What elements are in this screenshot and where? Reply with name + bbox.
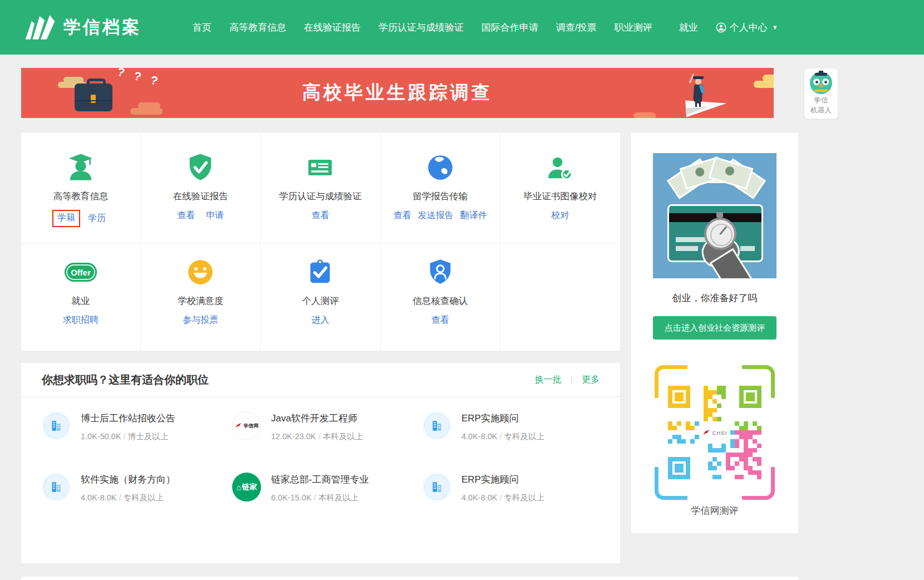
stopwatch-crown-icon: [716, 212, 723, 218]
job-title: ERP实施顾问: [461, 412, 544, 425]
lianjia-company-logo: ⌂链家: [232, 473, 261, 502]
service-link-view-report[interactable]: 查看: [177, 210, 195, 222]
nav-higher-education[interactable]: 高等教育信息: [229, 21, 286, 34]
robot-label-line2: 机器人: [804, 105, 838, 115]
job-degree: 博士及以上: [128, 432, 169, 441]
service-personal-assessment: 个人测评 进入: [261, 244, 380, 351]
header: 学信档案 首页 高等教育信息 在线验证报告 学历认证与成绩验证 国际合作申请 调…: [0, 0, 924, 55]
nav-home[interactable]: 首页: [193, 21, 212, 34]
next-section-panel: [21, 577, 798, 580]
services-grid: 高等教育信息 学籍 学历 在线验证报告 查看 申请: [21, 132, 620, 351]
qr-caption: 学信网测评: [631, 504, 798, 517]
hero-banner[interactable]: ? ? ? 高校毕业生跟踪调查: [21, 68, 774, 118]
service-info-verification-confirm: 信息核查确认 查看: [381, 244, 500, 351]
company-buildings-icon: [42, 473, 71, 502]
house-icon: ⌂: [236, 483, 241, 492]
service-label: 个人测评: [302, 295, 338, 307]
graduate-figure-icon: [689, 75, 708, 106]
divider: |: [571, 375, 573, 385]
job-degree: 本科及以上: [323, 432, 363, 441]
service-link-apply-report[interactable]: 申请: [206, 210, 224, 222]
jobs-header: 你想求职吗？这里有适合你的职位 换一批 | 更多: [21, 363, 620, 397]
qr-center-logo: CHSI: [697, 423, 733, 442]
jobs-grid: 博士后工作站招收公告 1.0K-50.0K / 博士及以上 学信网 Java软件…: [21, 397, 620, 505]
service-label: 毕业证书图像校对: [523, 190, 597, 203]
job-title: Java软件开发工程师: [271, 412, 363, 425]
job-degree: 专科及以上: [124, 493, 164, 502]
stopwatch-icon: [704, 218, 736, 250]
banner-title: 高校毕业生跟踪调查: [21, 80, 774, 105]
user-center-label: 个人中心: [730, 21, 768, 34]
service-link-view-transfer[interactable]: 查看: [394, 210, 411, 222]
service-label: 在线验证报告: [173, 190, 228, 203]
job-item[interactable]: ⌂链家 链家总部-工商管理专业 6.0K-15.0K / 本科及以上: [232, 473, 409, 505]
job-title: 软件实施（财务方向）: [81, 473, 175, 486]
page: 学信档案 首页 高等教育信息 在线验证报告 学历认证与成绩验证 国际合作申请 调…: [0, 0, 924, 580]
user-icon: [716, 22, 726, 33]
service-link-translation[interactable]: 翻译件: [460, 210, 487, 222]
service-link-job-recruit[interactable]: 求职招聘: [63, 314, 99, 326]
graduate-icon: [65, 152, 96, 183]
job-degree: 专科及以上: [504, 432, 545, 441]
nav-survey-vote[interactable]: 调查/投票: [556, 21, 597, 34]
nav-career-test[interactable]: 职业测评: [615, 21, 652, 34]
nav-employment[interactable]: 就业: [679, 21, 698, 34]
service-label: 学校满意度: [178, 295, 224, 307]
robot-widget[interactable]: 学信 机器人: [804, 68, 838, 119]
service-link-xueji[interactable]: 学籍: [52, 210, 80, 227]
company-buildings-icon: [422, 473, 451, 502]
service-link-vote[interactable]: 参与投票: [183, 314, 218, 326]
banknote-icon: [709, 156, 754, 189]
jobs-title: 你想求职吗？这里有适合你的职位: [42, 372, 209, 387]
nav-credential-authentication[interactable]: 学历认证与成绩验证: [379, 21, 464, 34]
qr-finder-icon: [668, 457, 690, 479]
service-link-view-confirm[interactable]: 查看: [431, 314, 449, 326]
job-item[interactable]: 软件实施（财务方向） 4.0K-8.0K / 专科及以上: [42, 473, 219, 505]
service-online-verification-report: 在线验证报告 查看 申请: [141, 132, 261, 244]
service-label: 高等教育信息: [53, 190, 109, 203]
service-link-proofread[interactable]: 校对: [551, 210, 569, 222]
clipboard-check-icon: [304, 257, 336, 288]
service-link-send-report[interactable]: 发送报告: [418, 210, 454, 222]
shield-person-icon: [425, 257, 456, 288]
offer-icon: Offer: [65, 263, 97, 282]
service-link-view-authentication[interactable]: 查看: [311, 210, 329, 222]
job-degree: 本科及以上: [318, 493, 359, 502]
chsi-bird-icon: [702, 429, 711, 436]
startup-caption: 创业，你准备好了吗: [631, 292, 798, 304]
service-link-xueli[interactable]: 学历: [88, 213, 106, 224]
service-label: 信息核查确认: [412, 295, 468, 307]
job-item[interactable]: ERP实施顾问 4.0K-8.0K / 专科及以上: [422, 473, 599, 505]
globe-icon: [425, 152, 456, 183]
more-jobs-link[interactable]: 更多: [582, 374, 599, 386]
chsi-archive-logo-icon: [24, 14, 57, 41]
startup-assessment-button[interactable]: 点击进入创业社会资源测评: [653, 316, 776, 340]
qr-finder-icon: [668, 386, 690, 408]
sidebar-panel: 创业，你准备好了吗 点击进入创业社会资源测评 CHSI 学信网测评: [631, 132, 798, 533]
chsi-company-logo: 学信网: [232, 411, 261, 440]
job-item[interactable]: ERP实施顾问 4.0K-8.0K / 专科及以上: [422, 411, 599, 444]
service-empty-cell: [500, 244, 620, 351]
job-salary: 12.0K-23.0K: [271, 432, 316, 441]
job-item[interactable]: 学信网 Java软件开发工程师 12.0K-23.0K / 本科及以上: [232, 411, 409, 444]
nav-international-cooperation[interactable]: 国际合作申请: [481, 21, 538, 34]
refresh-batch-link[interactable]: 换一批: [535, 374, 562, 386]
service-label: 留学报告传输: [412, 190, 468, 203]
main-nav: 首页 高等教育信息 在线验证报告 学历认证与成绩验证 国际合作申请 调查/投票 …: [193, 0, 778, 55]
company-buildings-icon: [422, 411, 451, 440]
service-label: 就业: [72, 295, 90, 307]
brand[interactable]: 学信档案: [24, 0, 141, 55]
service-link-enter[interactable]: 进入: [311, 314, 329, 326]
id-card-icon: [304, 152, 336, 183]
service-school-satisfaction: 学校满意度 参与投票: [141, 244, 261, 351]
company-buildings-icon: [42, 411, 71, 440]
qr-code: CHSI: [655, 365, 775, 500]
nav-online-verification[interactable]: 在线验证报告: [304, 21, 361, 34]
job-salary: 4.0K-8.0K: [461, 493, 498, 502]
person-check-icon: [544, 152, 576, 183]
nav-user-center[interactable]: 个人中心 ▼: [716, 21, 778, 34]
shield-check-icon: [185, 152, 216, 183]
job-item[interactable]: 博士后工作站招收公告 1.0K-50.0K / 博士及以上: [42, 411, 219, 444]
robot-label-line1: 学信: [804, 95, 838, 105]
chsi-bird-icon: [235, 422, 243, 429]
